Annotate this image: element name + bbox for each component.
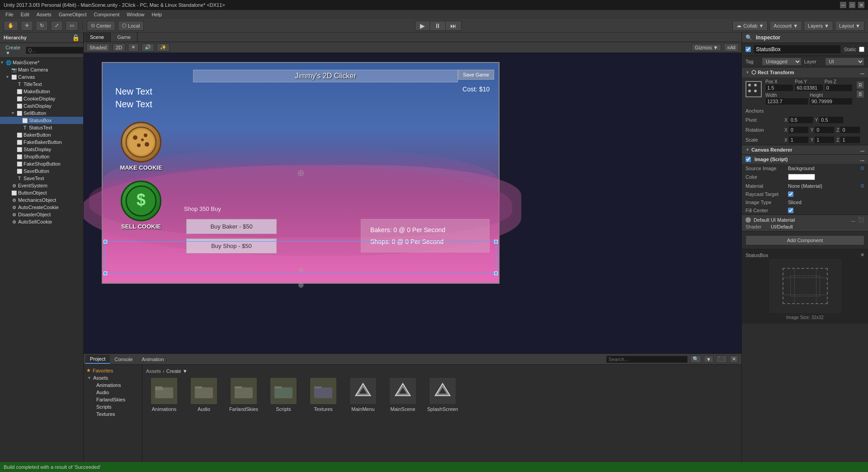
image-script-more[interactable]: ... [860, 157, 864, 162]
h-item-make-button[interactable]: ⬜ MakeButton [0, 88, 83, 95]
menu-file[interactable]: File [2, 12, 17, 17]
h-item-baker-button[interactable]: ⬜ BakerButton [0, 131, 83, 138]
h-item-shop-button[interactable]: ⬜ ShopButton [0, 153, 83, 160]
pos-x-field[interactable] [765, 84, 793, 91]
menu-window[interactable]: Window [123, 12, 148, 17]
proj-assets[interactable]: ▼ Assets [84, 374, 142, 381]
rot-y-field[interactable] [814, 126, 835, 133]
scale-z-field[interactable] [840, 136, 860, 143]
project-search-button[interactable]: 🔍 [690, 355, 701, 363]
make-cookie-button[interactable]: MAKE COOKIE [116, 122, 166, 171]
transform-hand-tool[interactable]: ✋ [4, 21, 18, 31]
transform-rotate-tool[interactable]: ↻ [36, 21, 48, 31]
h-item-auto-create-cookie[interactable]: ⚙ AutoCreateCookie [0, 204, 83, 211]
rot-z-field[interactable] [840, 126, 860, 133]
asset-splashscreen[interactable]: SplashScreen [425, 377, 461, 412]
menu-edit[interactable]: Edit [17, 12, 33, 17]
project-expand-button[interactable]: ⬛ [716, 355, 727, 363]
material-picker[interactable]: ⊙ [860, 183, 864, 189]
tab-scene[interactable]: Scene [84, 33, 111, 42]
play-button[interactable]: ▶ [415, 21, 429, 31]
menu-gameobject[interactable]: GameObject [55, 12, 90, 17]
h-item-main-scene[interactable]: ▼ 🌐 MainScene* [0, 59, 83, 66]
project-close-button[interactable]: ✕ [730, 355, 738, 363]
favorites-item[interactable]: ★ Favorites [84, 367, 142, 374]
obj-name-field[interactable] [754, 45, 841, 54]
tab-animation[interactable]: Animation [137, 355, 169, 363]
2d-button[interactable]: 2D [113, 43, 125, 52]
h-item-status-text[interactable]: T StatusText [0, 124, 83, 131]
h-item-fake-shop-button[interactable]: ⬜ FakeShopButton [0, 160, 83, 167]
h-item-disaster-object[interactable]: ⚙ DisasterObject [0, 211, 83, 218]
add-component-button[interactable]: Add Component [745, 235, 864, 245]
asset-scripts[interactable]: Scripts [265, 377, 302, 412]
menu-assets[interactable]: Assets [33, 12, 55, 17]
pivot-y-field[interactable] [819, 116, 844, 124]
space-button[interactable]: ⬡ Local [118, 21, 144, 31]
project-search-input[interactable] [606, 356, 688, 363]
h-item-cash-display[interactable]: ⬜ CashDisplay [0, 102, 83, 110]
create-button[interactable]: Create ▼ [166, 368, 188, 374]
canvas-renderer-header[interactable]: ▼ Canvas Renderer ... [742, 145, 868, 154]
proj-scripts[interactable]: Scripts [84, 403, 142, 410]
h-item-stats-display[interactable]: ⬜ StatsDisplay [0, 146, 83, 153]
h-item-save-button[interactable]: ⬜ SaveButton [0, 167, 83, 175]
image-script-header[interactable]: Image (Script) ... [742, 155, 868, 164]
asset-mainscene[interactable]: MainScene [385, 377, 421, 412]
h-item-button-object[interactable]: ⬜ ButtonObject [0, 189, 83, 196]
h-item-fake-baker-button[interactable]: ⬜ FakeBakerButton [0, 138, 83, 146]
pivot-x-field[interactable] [788, 116, 813, 124]
preview-close[interactable]: ✕ [860, 252, 864, 258]
h-item-event-system[interactable]: ⚙ EventSystem [0, 182, 83, 189]
asset-audio[interactable]: Audio [186, 377, 222, 412]
h-item-save-text[interactable]: T SaveText [0, 175, 83, 182]
hierarchy-create-button[interactable]: Create ▼ [2, 44, 24, 57]
all-button[interactable]: ≡All [724, 43, 739, 52]
layer-select[interactable]: UI [825, 57, 865, 66]
lights-button[interactable]: ☀ [128, 43, 139, 52]
transform-move-tool[interactable]: ✛ [21, 21, 33, 31]
transform-scale-tool[interactable]: ⤢ [51, 21, 63, 31]
h-item-auto-sell-cookie[interactable]: ⚙ AutoSellCookie [0, 218, 83, 225]
project-filter-button[interactable]: ▼ [704, 356, 713, 363]
tag-select[interactable]: Untagged [762, 57, 802, 66]
menu-help[interactable]: Help [148, 12, 165, 17]
h-item-title-text[interactable]: T TitleText [0, 81, 83, 88]
material-more[interactable]: ... [851, 217, 855, 223]
proj-audio[interactable]: Audio [84, 389, 142, 396]
material-copy-icon[interactable]: ⬛ [858, 217, 864, 223]
h-item-mechanics-object[interactable]: ⚙ MechanicsObject [0, 196, 83, 204]
static-checkbox[interactable] [859, 47, 864, 52]
rect-transform-more[interactable]: ... [860, 70, 864, 75]
buy-shop-button[interactable]: Buy Shop - $50 [186, 238, 277, 253]
effects-button[interactable]: ✨ [157, 43, 170, 52]
h-item-status-box[interactable]: ⬜ StatusBox [0, 117, 83, 124]
asset-textures[interactable]: Textures [305, 377, 341, 412]
h-item-canvas[interactable]: ▼ ⬜ Canvas [0, 73, 83, 81]
tab-console[interactable]: Console [110, 355, 137, 363]
transform-rect-tool[interactable]: ▭ [66, 21, 78, 31]
sell-cookie-button[interactable]: $ SELL COOKIE [116, 181, 166, 230]
width-field[interactable] [765, 98, 808, 105]
hierarchy-search-input[interactable] [26, 47, 93, 54]
fill-center-checkbox[interactable] [788, 208, 793, 213]
image-active-checkbox[interactable] [745, 157, 751, 162]
source-image-picker[interactable]: ⊙ [860, 165, 864, 171]
height-field[interactable] [810, 98, 853, 105]
save-game-button[interactable]: Save Game [458, 70, 494, 80]
canvas-renderer-more[interactable]: ... [860, 147, 864, 153]
step-button[interactable]: ⏭ [445, 21, 462, 31]
minimize-button[interactable]: ─ [840, 2, 846, 8]
tab-game[interactable]: Game [111, 33, 137, 42]
rot-x-field[interactable] [788, 126, 809, 133]
menu-component[interactable]: Component [90, 12, 123, 17]
scale-y-field[interactable] [814, 136, 835, 143]
pause-button[interactable]: ⏸ [429, 21, 445, 31]
h-item-cookie-display[interactable]: ⬜ CookieDisplay [0, 95, 83, 102]
gizmos-button[interactable]: Gizmos ▼ [692, 44, 721, 51]
hierarchy-lock-icon[interactable]: 🔒 [72, 34, 80, 41]
proj-farlandskies[interactable]: FarlandSkies [84, 396, 142, 403]
color-swatch[interactable] [788, 174, 815, 180]
h-item-sell-button[interactable]: ▼ ⬜ SellButton [0, 110, 83, 117]
audio-button[interactable]: 🔊 [142, 43, 154, 52]
